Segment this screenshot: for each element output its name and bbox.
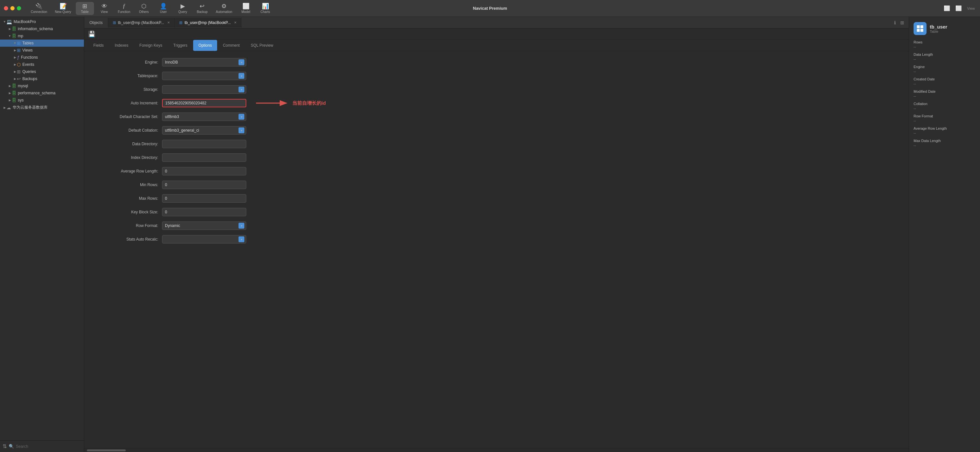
sidebar-item-sys[interactable]: ▶ 🗄 sys bbox=[0, 97, 84, 104]
save-icon[interactable]: 💾 bbox=[88, 30, 95, 38]
macbookpro-label: MacBookPro bbox=[14, 19, 36, 24]
min-rows-control bbox=[162, 180, 246, 189]
db-icon-mysql: 🗄 bbox=[12, 83, 16, 88]
data-dir-input[interactable] bbox=[162, 140, 246, 148]
queries-icon: ⊞ bbox=[17, 69, 21, 74]
key-block-label: Key Block Size: bbox=[97, 210, 162, 214]
tab-options[interactable]: Options bbox=[193, 40, 217, 51]
sidebar-item-performance-schema[interactable]: ▶ 🗄 performance_schema bbox=[0, 89, 84, 97]
toolbar-user-label: User bbox=[160, 10, 167, 14]
stats-auto-select[interactable] bbox=[162, 235, 246, 243]
sidebar-item-backups[interactable]: ▶ ↩ Backups bbox=[0, 75, 84, 82]
tab-fields[interactable]: Fields bbox=[88, 40, 109, 51]
row-format-select[interactable]: Dynamic bbox=[162, 222, 246, 230]
tab-sql-preview[interactable]: SQL Preview bbox=[246, 40, 279, 51]
prop-row-format-label: Row Format bbox=[913, 114, 975, 118]
prop-rows-value: -- bbox=[913, 45, 975, 49]
tab-comment[interactable]: Comment bbox=[218, 40, 245, 51]
perf-schema-label: performance_schema bbox=[18, 91, 56, 95]
prop-row-format-value: -- bbox=[913, 119, 975, 123]
events-label: Events bbox=[22, 62, 34, 67]
mysql-label: mysql bbox=[18, 84, 28, 88]
sidebar-item-information-schema[interactable]: ▶ 🗄 information_schema bbox=[0, 25, 84, 32]
toolbar-charts[interactable]: 📊 Charts bbox=[256, 2, 275, 15]
sidebar-item-mp[interactable]: ▼ 🗄 mp bbox=[0, 32, 84, 40]
sidebar-item-mysql[interactable]: ▶ 🗄 mysql bbox=[0, 82, 84, 89]
charset-select[interactable]: utf8mb3 bbox=[162, 112, 246, 121]
tab-indexes[interactable]: Indexes bbox=[110, 40, 134, 51]
tab-objects[interactable]: Objects bbox=[84, 18, 108, 27]
tab-foreign-keys[interactable]: Foreign Keys bbox=[134, 40, 167, 51]
form-row-collation: Default Collation: utf8mb3_general_ci ▾ bbox=[97, 126, 896, 135]
search-input[interactable] bbox=[16, 444, 81, 449]
bottom-scrollbar[interactable] bbox=[84, 448, 909, 452]
toolbar-new-query[interactable]: 📝 New Query bbox=[52, 2, 75, 15]
avg-row-control bbox=[162, 167, 246, 176]
min-rows-input[interactable] bbox=[162, 180, 246, 189]
toolbar-others[interactable]: ⬡ Others bbox=[135, 2, 153, 15]
traffic-lights bbox=[4, 6, 21, 10]
view-icon-right[interactable]: ⬜ bbox=[942, 4, 951, 13]
toolbar-connection[interactable]: 🔌 Connection bbox=[27, 2, 51, 15]
tree-arrow-perf: ▶ bbox=[8, 91, 12, 95]
sidebar-item-tables[interactable]: ▼ ⊞ Tables bbox=[0, 40, 84, 47]
tablespace-select-wrapper: ▾ bbox=[162, 72, 246, 80]
collation-select[interactable]: utf8mb3_general_ci bbox=[162, 126, 246, 134]
form-row-row-format: Row Format: Dynamic ▾ bbox=[97, 221, 896, 230]
functions-label: Functions bbox=[21, 55, 38, 60]
prop-collation-label: Collation bbox=[913, 102, 975, 106]
index-dir-input[interactable] bbox=[162, 153, 246, 162]
sidebar-item-functions[interactable]: ▶ ƒ Functions bbox=[0, 54, 84, 61]
storage-select[interactable] bbox=[162, 85, 246, 94]
toolbar-backup[interactable]: ↩ Backup bbox=[193, 2, 211, 15]
toolbar-function[interactable]: ƒ Function bbox=[115, 2, 134, 15]
prop-avg-row-length-value: -- bbox=[913, 131, 975, 135]
right-panel: tb_user Table Rows -- Data Length -- Eng… bbox=[909, 17, 980, 452]
sidebar-item-huawei[interactable]: ▶ ☁ 华为云服务器数据库 bbox=[0, 104, 84, 111]
tab1-close[interactable]: ✕ bbox=[167, 21, 170, 24]
table-icon: ⊞ bbox=[82, 3, 87, 9]
toolbar-right: ⬜ ⬜ View bbox=[942, 4, 976, 13]
toolbar-charts-label: Charts bbox=[261, 10, 270, 14]
tab-1[interactable]: ⊞ tb_user@mp (MacBookP... ✕ bbox=[108, 18, 175, 27]
backup-icon: ↩ bbox=[200, 3, 205, 9]
maximize-button[interactable] bbox=[17, 6, 21, 10]
scrollbar-thumb[interactable] bbox=[87, 449, 126, 451]
toolbar-view[interactable]: 👁 View bbox=[95, 2, 113, 15]
info-icon[interactable]: ℹ bbox=[893, 19, 897, 26]
view-icon-right2[interactable]: ⬜ bbox=[954, 4, 963, 13]
prop-row-format: Row Format -- bbox=[913, 114, 975, 123]
close-button[interactable] bbox=[4, 6, 8, 10]
tablespace-select[interactable] bbox=[162, 72, 246, 80]
toolbar-connection-label: Connection bbox=[31, 10, 47, 14]
toolbar-table[interactable]: ⊞ Table bbox=[76, 2, 94, 15]
key-block-input[interactable] bbox=[162, 208, 246, 216]
toolbar-others-label: Others bbox=[139, 10, 149, 14]
db-icon-perf: 🗄 bbox=[12, 91, 16, 96]
avg-row-input[interactable] bbox=[162, 167, 246, 176]
sidebar-item-views[interactable]: ▶ ⊞ Views bbox=[0, 47, 84, 54]
sidebar-bottom: ⇅ 🔍 bbox=[0, 440, 84, 452]
prop-modified-label: Modified Date bbox=[913, 89, 975, 93]
toolbar-automation[interactable]: ⚙ Automation bbox=[213, 2, 235, 15]
max-rows-input[interactable] bbox=[162, 194, 246, 203]
tab-triggers[interactable]: Triggers bbox=[168, 40, 193, 51]
minimize-button[interactable] bbox=[10, 6, 14, 10]
sidebar-item-queries[interactable]: ▶ ⊞ Queries bbox=[0, 68, 84, 75]
toolbar-query[interactable]: ▶ Query bbox=[174, 2, 192, 15]
tab2-close[interactable]: ✕ bbox=[234, 21, 237, 24]
toolbar-user[interactable]: 👤 User bbox=[154, 2, 172, 15]
auto-increment-input[interactable] bbox=[162, 99, 246, 107]
toolbar-model[interactable]: ⬜ Model bbox=[237, 2, 255, 15]
tab-2[interactable]: ⊞ tb_user@mp (MacBookP... ✕ bbox=[175, 18, 242, 27]
grid-icon[interactable]: ⊞ bbox=[899, 19, 905, 26]
toolbar-backup-label: Backup bbox=[197, 10, 207, 14]
form-row-tablespace: Tablespace: ▾ bbox=[97, 71, 896, 80]
sidebar-item-events[interactable]: ▶ ⬡ Events bbox=[0, 61, 84, 68]
engine-select[interactable]: InnoDB bbox=[162, 58, 246, 67]
toolbar-function-label: Function bbox=[118, 10, 130, 14]
sidebar-item-macbookpro[interactable]: ▼ 💻 MacBookPro bbox=[0, 18, 84, 25]
sidebar-settings-icon[interactable]: ⇅ bbox=[3, 443, 7, 449]
content-right: Objects ⊞ tb_user@mp (MacBookP... ✕ ⊞ tb… bbox=[84, 17, 980, 452]
db-icon-sys: 🗄 bbox=[12, 97, 16, 103]
